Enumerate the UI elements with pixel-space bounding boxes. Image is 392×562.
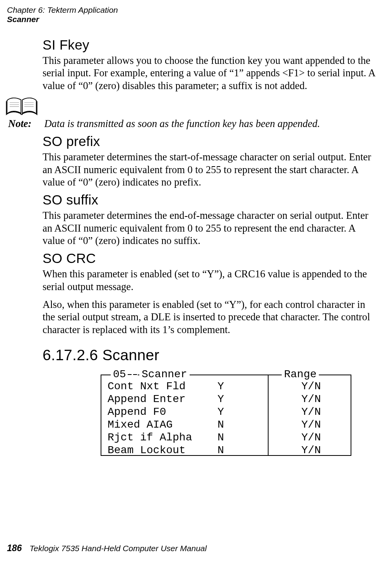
param-value: N [217, 445, 269, 456]
param-value: N [217, 432, 269, 443]
diagram-legend-num: 05 [111, 369, 128, 380]
param-value: Y [217, 394, 269, 405]
param-range: Y/N [269, 432, 342, 443]
note-message: Data is transmitted as soon as the funct… [44, 118, 320, 129]
diagram-legend-title: Scanner [139, 369, 190, 380]
param-name: Beam Lockout [108, 445, 217, 456]
open-book-icon [5, 96, 38, 117]
heading-si-fkey: SI Fkey [43, 37, 379, 53]
heading-scanner-section: 6.17.2.6 Scanner [43, 347, 379, 364]
body-so-prefix: This parameter determines the start-of-m… [43, 151, 379, 188]
param-name: Rjct if Alpha [108, 432, 217, 443]
page-footer: 186 Teklogix 7535 Hand-Held Computer Use… [7, 543, 207, 553]
param-value: N [217, 419, 269, 430]
heading-so-crc: SO CRC [43, 251, 379, 266]
diagram-dash [128, 374, 138, 376]
body-si-fkey: This parameter allows you to choose the … [43, 54, 379, 92]
note-label: Note: [8, 118, 31, 129]
chapter-line: Chapter 6: Tekterm Application [7, 5, 118, 14]
table-row: Beam Lockout N Y/N [108, 444, 351, 457]
param-name: Mixed AIAG [108, 419, 217, 430]
param-range: Y/N [269, 381, 342, 392]
table-row: Append F0 Y Y/N [108, 406, 351, 419]
heading-so-suffix: SO suffix [43, 192, 379, 208]
table-row: Cont Nxt Fld Y Y/N [108, 380, 351, 393]
scanner-diagram: 05 Scanner Range Cont Nxt Fld Y Y/N Appe… [101, 367, 356, 460]
table-row: Mixed AIAG N Y/N [108, 419, 351, 431]
body-so-crc-2: Also, when this parameter is enabled (se… [43, 298, 379, 336]
param-range: Y/N [269, 394, 342, 405]
table-row: Rjct if Alpha N Y/N [108, 431, 351, 444]
param-name: Append Enter [108, 394, 217, 405]
page-number: 186 [7, 543, 27, 553]
running-header: Chapter 6: Tekterm Application Scanner [7, 5, 118, 24]
param-name: Append F0 [108, 407, 217, 418]
body-so-suffix: This parameter determines the end-of-mes… [43, 209, 379, 247]
footer-title: Teklogix 7535 Hand-Held Computer User Ma… [29, 544, 207, 553]
param-range: Y/N [269, 407, 342, 418]
param-range: Y/N [269, 419, 342, 430]
param-value: Y [217, 407, 269, 418]
body-so-crc-1: When this parameter is enabled (set to “… [43, 268, 379, 293]
section-line: Scanner [7, 15, 118, 24]
param-value: Y [217, 381, 269, 392]
param-name: Cont Nxt Fld [108, 381, 217, 392]
heading-so-prefix: SO prefix [43, 134, 379, 149]
table-row: Append Enter Y Y/N [108, 393, 351, 406]
note-block: Note: Data is transmitted as soon as the… [5, 96, 379, 130]
note-text: Note: Data is transmitted as soon as the… [5, 117, 345, 130]
diagram-legend-range: Range [282, 369, 319, 380]
param-range: Y/N [269, 445, 342, 456]
